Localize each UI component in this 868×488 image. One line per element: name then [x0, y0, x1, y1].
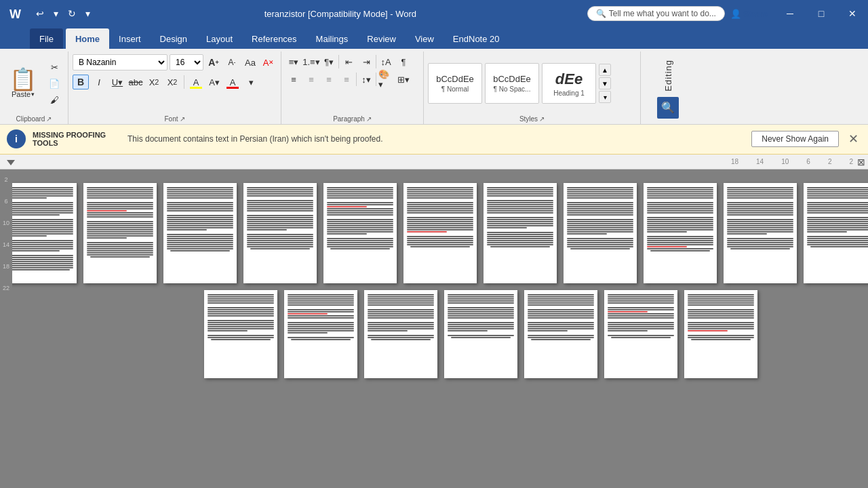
page-11[interactable]: [804, 183, 868, 283]
tab-home[interactable]: Home: [66, 28, 109, 49]
multilevel-list-button[interactable]: ¶▾: [321, 54, 337, 69]
undo-dropdown[interactable]: ▾: [50, 7, 62, 20]
page-14[interactable]: [364, 290, 437, 378]
undo-button[interactable]: ↩: [33, 7, 47, 20]
quick-access-dropdown[interactable]: ▾: [82, 7, 94, 20]
word-logo[interactable]: W: [0, 0, 30, 27]
style-nospace-name: ¶ No Spac...: [494, 85, 531, 93]
svg-text:W: W: [9, 7, 21, 21]
tab-review[interactable]: Review: [357, 28, 406, 49]
minimize-button[interactable]: ─: [774, 0, 806, 27]
format-painter-button[interactable]: 🖌: [45, 92, 64, 107]
borders-button[interactable]: ⊞▾: [395, 72, 412, 87]
styles-content: bCcDdEe ¶ Normal bCcDdEe ¶ No Spac... dE…: [428, 54, 636, 113]
sort-button[interactable]: ↕A: [378, 54, 394, 69]
clear-formatting-button[interactable]: A✕: [260, 55, 277, 70]
strikethrough-button[interactable]: abc: [127, 75, 144, 89]
tab-design[interactable]: Design: [151, 28, 197, 49]
cut-button[interactable]: ✂: [45, 60, 64, 75]
tell-me-text: Tell me what you want to do...: [609, 9, 716, 18]
change-case-button[interactable]: Aa: [242, 55, 258, 70]
styles-more[interactable]: ▾: [599, 91, 611, 103]
line-spacing-button[interactable]: ↕▾: [358, 72, 374, 87]
clipboard-group: 📋 Paste ▾ ✂ 📄 🖌 Clipboard ↗: [0, 52, 68, 124]
font-row2: B I U▾ abc X2 X2 A A▾ A ▾: [73, 75, 259, 89]
decrease-indent-button[interactable]: ⇤: [340, 54, 357, 69]
search-button[interactable]: 🔍: [657, 97, 679, 119]
ruler-numbers: 18 14 10 6 2 2: [9, 158, 859, 165]
font-expand-icon[interactable]: ↗: [180, 115, 185, 123]
style-normal-card[interactable]: bCcDdEe ¶ Normal: [428, 63, 482, 104]
ruler-collapse-button[interactable]: ⊠: [857, 157, 865, 167]
page-15[interactable]: [444, 290, 517, 378]
page-1[interactable]: [12, 183, 77, 283]
bullets-button[interactable]: ≡▾: [285, 54, 302, 69]
superscript-button[interactable]: X2: [164, 75, 180, 89]
font-color-dropdown[interactable]: ▾: [243, 75, 259, 89]
tab-endnote[interactable]: EndNote 20: [443, 28, 509, 49]
justify-button[interactable]: ≡: [338, 72, 355, 87]
main-layout: 2 6 10 14 18 22: [0, 169, 868, 488]
page-10[interactable]: [724, 183, 797, 283]
page-18[interactable]: [684, 290, 757, 378]
shading-button[interactable]: 🎨▾: [378, 72, 394, 87]
page-2[interactable]: [83, 183, 157, 283]
italic-button[interactable]: I: [91, 75, 107, 89]
paragraph-expand-icon[interactable]: ↗: [366, 115, 372, 123]
share-button[interactable]: 👤 Share: [730, 9, 768, 19]
page-5[interactable]: [323, 183, 397, 283]
styles-scroll-buttons: ▲ ▼ ▾: [599, 64, 611, 103]
notification-bar: i MISSING PROOFING TOOLS This document c…: [0, 125, 868, 155]
never-show-again-button[interactable]: Never Show Again: [751, 131, 839, 147]
close-button[interactable]: ✕: [837, 0, 868, 27]
subscript-button[interactable]: X2: [146, 75, 162, 89]
tab-view[interactable]: View: [406, 28, 443, 49]
page-9[interactable]: [644, 183, 717, 283]
copy-button[interactable]: 📄: [45, 76, 64, 91]
text-highlight-button[interactable]: A: [188, 75, 204, 89]
page-12[interactable]: [204, 290, 277, 378]
style-normal-preview: bCcDdEe: [436, 74, 474, 84]
shrink-font-button[interactable]: A-: [224, 55, 240, 70]
tell-me-button[interactable]: 🔍 Tell me what you want to do...: [587, 6, 725, 21]
bold-button[interactable]: B: [73, 75, 89, 89]
maximize-button[interactable]: □: [806, 0, 837, 27]
redo-button[interactable]: ↻: [64, 7, 79, 20]
grow-font-button[interactable]: A+: [205, 55, 222, 70]
show-hide-button[interactable]: ¶: [395, 54, 412, 69]
paste-button[interactable]: 📋 Paste ▾: [4, 66, 42, 101]
page-17[interactable]: [604, 290, 677, 378]
clipboard-expand-icon[interactable]: ↗: [46, 115, 52, 123]
page-13[interactable]: [284, 290, 357, 378]
align-left-button[interactable]: ≡: [285, 72, 302, 87]
tab-layout[interactable]: Layout: [197, 28, 242, 49]
page-8[interactable]: [564, 183, 637, 283]
font-color-button[interactable]: A: [224, 75, 241, 89]
styles-expand-icon[interactable]: ↗: [539, 115, 545, 123]
font-name-select[interactable]: B Nazanin: [73, 54, 167, 70]
page-16[interactable]: [524, 290, 597, 378]
tab-insert[interactable]: Insert: [109, 28, 151, 49]
font-row1: B Nazanin 16 A+ A- Aa A✕: [73, 54, 277, 70]
page-7[interactable]: [484, 183, 557, 283]
styles-scroll-up[interactable]: ▲: [599, 64, 611, 76]
align-center-button[interactable]: ≡: [303, 72, 319, 87]
increase-indent-button[interactable]: ⇥: [358, 54, 374, 69]
align-right-button[interactable]: ≡: [321, 72, 337, 87]
tab-references[interactable]: References: [242, 28, 306, 49]
style-nospace-card[interactable]: bCcDdEe ¶ No Spac...: [485, 63, 539, 104]
font-size-select[interactable]: 16: [170, 54, 203, 70]
page-6[interactable]: [403, 183, 477, 283]
page-3[interactable]: [163, 183, 237, 283]
style-heading1-preview: dEe: [555, 70, 583, 88]
styles-scroll-down[interactable]: ▼: [599, 77, 611, 89]
ruler-indent-marker[interactable]: [7, 160, 15, 165]
numbering-button[interactable]: 1.≡▾: [303, 54, 319, 69]
tab-file[interactable]: File: [30, 28, 63, 49]
text-effects-button[interactable]: A▾: [206, 75, 222, 89]
underline-button[interactable]: U▾: [109, 75, 125, 89]
style-heading1-card[interactable]: dEe Heading 1: [542, 63, 596, 104]
tab-mailings[interactable]: Mailings: [307, 28, 358, 49]
page-4[interactable]: [243, 183, 317, 283]
notification-close-button[interactable]: ✕: [846, 131, 861, 146]
